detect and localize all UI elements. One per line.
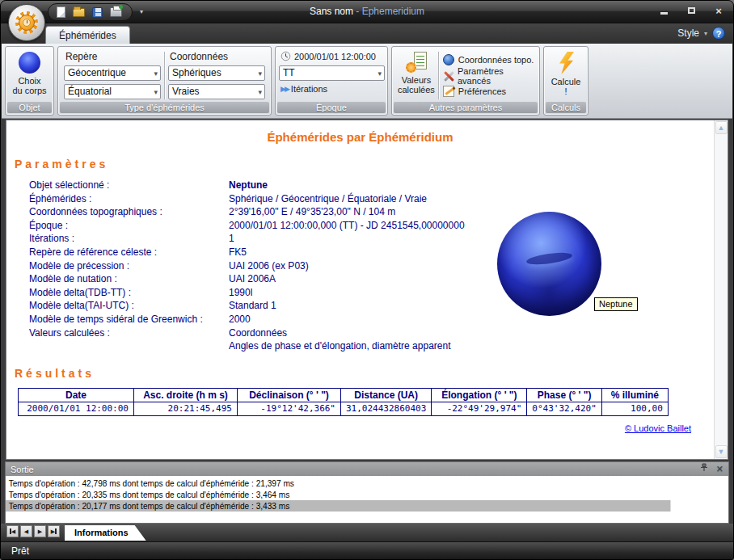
- first-tab-icon[interactable]: ◀: [6, 525, 19, 537]
- ribbon: Choix du corps Objet Repère Géocentrique…: [2, 44, 732, 119]
- repere-caption: Repère: [65, 51, 161, 62]
- lightning-icon: [558, 52, 574, 74]
- coordonnees-caption: Coordonnées: [170, 51, 265, 62]
- log-message[interactable]: Temps d'opération : 42,798 ms dont temps…: [6, 478, 670, 489]
- close-button[interactable]: ×: [711, 5, 727, 16]
- parameters-list: Objet sélectionné :Neptune Éphémérides :…: [29, 179, 714, 353]
- param-row: Modèle de précession :UAI 2006 (ex P03): [29, 259, 714, 273]
- checklist-gear-icon: [406, 52, 427, 73]
- style-menu[interactable]: Style: [677, 27, 699, 39]
- table-row: 2000/01/01 12:00:00 20:21:45,495 -19°12'…: [19, 402, 669, 415]
- document-view: Éphémérides par Éphéméridium Paramètres …: [6, 120, 714, 459]
- dropdown-arrow-icon: ▾: [154, 86, 158, 99]
- document-title: Sans nom: [310, 6, 353, 17]
- vertical-scrollbar[interactable]: ▲ ▼: [714, 120, 728, 459]
- author-link[interactable]: © Ludovic Baillet: [625, 423, 691, 433]
- ribbon-tab-row: Éphémérides Style ▾ ?: [1, 23, 733, 44]
- status-bar: Prêt: [1, 541, 733, 560]
- results-table: Date Asc. droite (h m s) Déclinaison (° …: [18, 388, 669, 416]
- timescale-dropdown[interactable]: TT▾: [279, 65, 385, 81]
- iterations-button[interactable]: ▶▶ Itérations: [281, 84, 384, 94]
- application-menu-button[interactable]: [8, 4, 45, 41]
- param-row: Itérations :1: [29, 232, 714, 246]
- pin-icon[interactable]: [700, 463, 708, 475]
- dropdown-arrow-icon: ▾: [378, 67, 382, 81]
- app-window: Sans nom - Ephemeridium × ▾ Éphémérides …: [0, 0, 734, 560]
- sortie-messages: Temps d'opération : 42,798 ms dont temps…: [6, 476, 728, 523]
- title-bar: Sans nom - Ephemeridium × ▾: [1, 1, 733, 23]
- double-arrow-icon: ▶▶: [281, 85, 289, 93]
- coord-system-dropdown[interactable]: Sphériques▾: [168, 65, 265, 81]
- group-calculs: Calcule ! Calculs: [543, 46, 588, 116]
- open-folder-icon[interactable]: [73, 8, 85, 17]
- next-tab-icon[interactable]: ▶: [34, 525, 46, 537]
- group-autres-parametres: Valeurs calculées Coordonnées topo. Para…: [391, 46, 540, 116]
- previous-tab-icon[interactable]: ◀: [20, 525, 32, 537]
- workspace: Éphémérides par Éphéméridium Paramètres …: [1, 119, 733, 461]
- save-icon[interactable]: [92, 7, 103, 18]
- quick-access-toolbar: [48, 3, 133, 21]
- neptune-tooltip: Neptune: [594, 297, 638, 311]
- group-objet: Choix du corps Objet: [5, 46, 54, 116]
- last-tab-icon[interactable]: ▶: [48, 525, 60, 537]
- param-value-line2: Angles de phase et d'élongation, diamètr…: [229, 339, 714, 353]
- preferences-button[interactable]: Préférences: [443, 84, 534, 99]
- parametres-header: Paramètres: [15, 158, 714, 171]
- chevron-down-icon[interactable]: ▾: [704, 30, 707, 37]
- print-icon[interactable]: [110, 7, 122, 17]
- group-label-calculs: Calculs: [546, 102, 586, 113]
- sortie-panel: Sortie ✕ Temps d'opération : 42,798 ms d…: [1, 461, 733, 524]
- datetime-button[interactable]: 2000/01/01 12:00:00: [281, 51, 384, 61]
- scroll-down-icon[interactable]: ▼: [715, 445, 728, 458]
- globe-icon: [443, 54, 454, 65]
- table-header-row: Date Asc. droite (h m s) Déclinaison (° …: [19, 388, 669, 402]
- group-label-autres: Autres paramètres: [394, 102, 538, 113]
- calcule-button[interactable]: Calcule !: [547, 50, 584, 101]
- tools-icon: [443, 70, 453, 82]
- clock-icon: [281, 51, 291, 61]
- sortie-title: Sortie: [11, 465, 34, 474]
- app-title: - Ephemeridium: [356, 6, 424, 17]
- log-message-selected[interactable]: Temps d'opération : 20,177 ms dont temps…: [6, 500, 670, 512]
- param-row: Modèle de nutation :UAI 2006A: [29, 272, 714, 286]
- group-label-objet: Objet: [7, 102, 52, 113]
- coordonnees-topo-button[interactable]: Coordonnées topo.: [443, 53, 534, 67]
- param-row: Coordonnées topographiques :2°39'16,00" …: [29, 205, 714, 219]
- dropdown-arrow-icon: ▾: [154, 67, 158, 81]
- log-message[interactable]: Temps d'opération : 20,335 ms dont temps…: [6, 489, 670, 500]
- group-separator: [164, 52, 165, 99]
- minimize-button[interactable]: [656, 5, 672, 16]
- help-icon[interactable]: ?: [712, 27, 725, 40]
- bottom-tab-bar: ◀ ◀ ▶ ▶ Informations: [1, 524, 733, 541]
- repere-origin-dropdown[interactable]: Géocentrique▾: [64, 65, 161, 81]
- choix-du-corps-button[interactable]: Choix du corps: [9, 50, 50, 101]
- group-separator: [438, 52, 439, 99]
- parametres-avances-button[interactable]: Paramètres avancés: [443, 69, 534, 83]
- new-document-icon[interactable]: [57, 6, 65, 18]
- scroll-up-icon[interactable]: ▲: [715, 121, 728, 134]
- dropdown-arrow-icon: ▾: [258, 67, 262, 81]
- param-row: Objet sélectionné :Neptune: [29, 179, 714, 192]
- param-row: Valeurs calculées :Coordonnées: [29, 326, 714, 340]
- maximize-button[interactable]: [683, 5, 699, 16]
- param-row: Repère de référence céleste :FK5: [29, 246, 714, 259]
- group-epoque: 2000/01/01 12:00:00 TT▾ ▶▶ Itérations Ép…: [275, 46, 388, 116]
- param-row: Modèle de temps sidéral de Greenwich :20…: [29, 313, 714, 326]
- tab-informations[interactable]: Informations: [65, 525, 146, 541]
- customize-toolbar-icon[interactable]: ▾: [140, 8, 148, 15]
- resultats-header: Résultats: [15, 367, 714, 380]
- param-row: Époque :2000/01/01 12:00:00,000 (TT) - J…: [29, 219, 714, 233]
- param-row: Éphémérides :Sphérique / Géocentrique / …: [29, 192, 714, 206]
- repere-plane-dropdown[interactable]: Équatorial▾: [64, 84, 161, 99]
- dropdown-arrow-icon: ▾: [258, 86, 262, 99]
- coord-kind-dropdown[interactable]: Vraies▾: [168, 84, 265, 99]
- pencil-icon: [443, 86, 454, 97]
- valeurs-calculees-button[interactable]: Valeurs calculées: [395, 50, 437, 101]
- group-label-type: Type d'éphémérides: [60, 102, 269, 113]
- group-type-ephemerides: Repère Géocentrique▾ Équatorial▾ Coordon…: [57, 46, 272, 116]
- planet-icon: [19, 52, 40, 74]
- group-label-epoque: Époque: [277, 102, 386, 113]
- sortie-close-icon[interactable]: ✕: [716, 463, 723, 475]
- tab-ephemerides[interactable]: Éphémérides: [45, 26, 130, 44]
- page-title: Éphémérides par Éphéméridium: [6, 130, 714, 144]
